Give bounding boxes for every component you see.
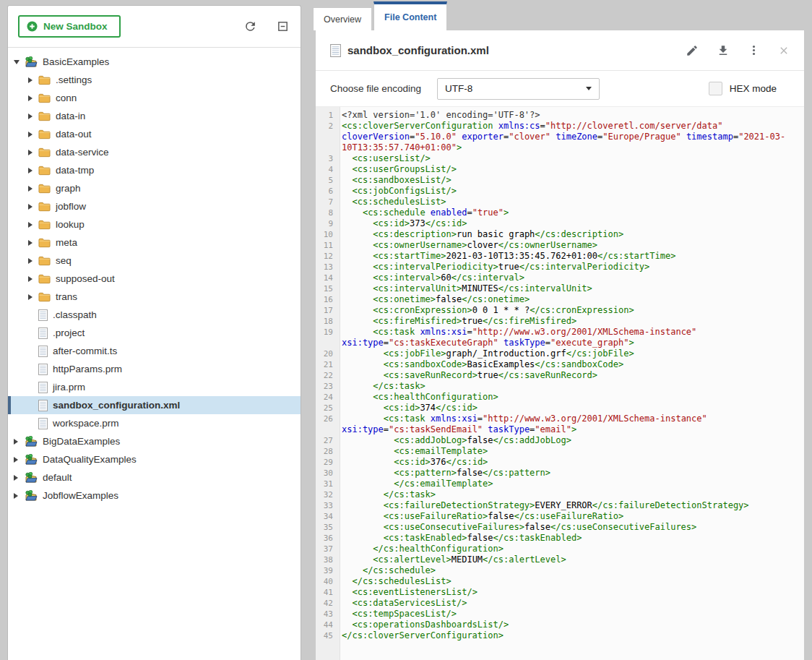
tree-item--classpath[interactable]: .classpath xyxy=(8,306,301,324)
tree-item-workspace-prm[interactable]: workspace.prm xyxy=(8,414,301,432)
folder-icon xyxy=(38,256,51,266)
code-line-text: <cs:intervalUnit>MINUTES</cs:intervalUni… xyxy=(340,283,804,294)
refresh-icon[interactable] xyxy=(243,20,257,33)
folder-icon xyxy=(38,274,51,284)
tree-item-conn[interactable]: conn xyxy=(8,89,301,107)
code-line-text: <cs:addJobLog>false</cs:addJobLog> xyxy=(340,435,804,446)
caret-right-icon[interactable] xyxy=(28,240,33,246)
code-line-text: <cs:saveRunRecord>true</cs:saveRunRecord… xyxy=(340,370,804,381)
code-line: 8 <cs:schedule enabled="true"> xyxy=(316,207,804,218)
code-line-text: <cs:tempSpacesList/> xyxy=(340,609,804,620)
new-sandbox-label: New Sandbox xyxy=(43,21,108,32)
code-line: 19 <cs:task xmlns:xsi="http://www.w3.org… xyxy=(316,327,804,348)
code-line: 12 <cs:startTime>2021-03-10T13:35:45.762… xyxy=(316,251,804,262)
tree-item-data-out[interactable]: data-out xyxy=(8,125,301,143)
code-line: 13 <cs:intervalPeriodicity>true</cs:inte… xyxy=(316,262,804,273)
code-line-text: <cs:dataServicesList/> xyxy=(340,598,804,609)
tree-item-graph[interactable]: graph xyxy=(8,179,301,197)
code-line: 30 <cs:pattern>false</cs:pattern> xyxy=(316,468,804,479)
tree-item-default[interactable]: default xyxy=(8,468,301,487)
code-line: 39 </cs:schedule> xyxy=(316,565,804,576)
file-icon xyxy=(38,364,48,375)
caret-right-icon[interactable] xyxy=(28,150,33,155)
tree-item-jobflowexamples[interactable]: JobflowExamples xyxy=(8,487,301,505)
tree-item--project[interactable]: .project xyxy=(8,324,301,342)
caret-down-icon[interactable] xyxy=(14,60,20,64)
file-icon xyxy=(38,382,48,393)
caret-right-icon[interactable] xyxy=(28,186,33,192)
pencil-icon[interactable] xyxy=(686,44,699,57)
caret-right-icon[interactable] xyxy=(14,475,18,481)
code-line: 18 <cs:fireMisfired>true</cs:fireMisfire… xyxy=(316,316,804,327)
tab-overview[interactable]: Overview xyxy=(313,7,372,30)
code-line: 41 <cs:eventListenersList/> xyxy=(316,587,804,598)
encoding-select[interactable]: UTF-8 xyxy=(437,78,600,100)
tree-item-lookup[interactable]: lookup xyxy=(8,215,301,233)
sandbox-tree[interactable]: BasicExamples.settingsconndata-indata-ou… xyxy=(8,48,301,505)
caret-right-icon[interactable] xyxy=(28,77,33,83)
tree-item-seq[interactable]: seq xyxy=(8,252,301,270)
tree-item--settings[interactable]: .settings xyxy=(8,71,301,89)
content-tabs: Overview File Content xyxy=(313,1,447,30)
tree-item-label: data-in xyxy=(56,111,85,121)
caret-right-icon[interactable] xyxy=(28,168,33,173)
caret-right-icon[interactable] xyxy=(14,439,18,445)
new-sandbox-button[interactable]: New Sandbox xyxy=(18,15,121,38)
caret-right-icon[interactable] xyxy=(28,258,33,264)
tree-item-basicexamples[interactable]: BasicExamples xyxy=(8,53,301,71)
line-number: 6 xyxy=(316,186,340,197)
sandbox-clover-icon xyxy=(24,56,38,68)
collapse-all-icon[interactable] xyxy=(277,20,289,33)
tab-file-content-label: File Content xyxy=(384,12,436,22)
tree-item-label: graph xyxy=(56,183,81,194)
tree-item-supposed-out[interactable]: supposed-out xyxy=(8,270,301,288)
plus-circle-icon xyxy=(27,21,38,32)
download-icon[interactable] xyxy=(717,44,730,57)
tree-item-jira-prm[interactable]: jira.prm xyxy=(8,378,301,396)
line-number: 13 xyxy=(316,262,340,273)
hex-mode-checkbox[interactable] xyxy=(709,82,722,95)
tree-item-data-tmp[interactable]: data-tmp xyxy=(8,161,301,179)
tab-file-content[interactable]: File Content xyxy=(373,1,447,30)
code-line: 40 </cs:schedulesList> xyxy=(316,576,804,587)
code-line: 6 <cs:jobConfigsList/> xyxy=(316,186,804,197)
tree-item-after-commit-ts[interactable]: after-commit.ts xyxy=(8,342,301,360)
tree-item-data-in[interactable]: data-in xyxy=(8,107,301,125)
sandbox-clover-icon xyxy=(24,490,38,502)
kebab-menu-icon[interactable] xyxy=(748,44,760,56)
code-line-text: <cs:id>374</cs:id> xyxy=(340,403,804,413)
code-line-text: <?xml version='1.0' encoding='UTF-8'?> xyxy=(340,110,804,121)
line-number: 17 xyxy=(316,305,340,316)
code-line: 11 <cs:ownerUsername>clover</cs:ownerUse… xyxy=(316,240,804,251)
code-line-text: <cs:jobFile>graph/_Introduction.grf</cs:… xyxy=(340,348,804,359)
tree-item-httpparams-prm[interactable]: httpParams.prm xyxy=(8,360,301,378)
code-line-text: <cs:alertLevel>MEDIUM</cs:alertLevel> xyxy=(340,554,804,565)
tree-item-jobflow[interactable]: jobflow xyxy=(8,197,301,215)
encoding-toolbar: Choose file encoding UTF-8 HEX mode xyxy=(316,71,804,107)
tree-item-label: seq xyxy=(56,255,72,266)
caret-right-icon[interactable] xyxy=(28,276,33,282)
caret-right-icon[interactable] xyxy=(28,222,33,228)
code-line: 5 <cs:sandboxesList/> xyxy=(316,175,804,186)
code-viewer[interactable]: 1<?xml version='1.0' encoding='UTF-8'?>2… xyxy=(316,107,804,660)
tree-item-label: data-out xyxy=(56,129,92,140)
caret-right-icon[interactable] xyxy=(28,113,33,119)
caret-right-icon[interactable] xyxy=(28,294,33,300)
caret-right-icon[interactable] xyxy=(14,457,18,463)
code-line-text: <cs:emailTemplate> xyxy=(340,446,804,457)
tree-item-meta[interactable]: meta xyxy=(8,233,301,252)
code-line-text: <cs:schedule enabled="true"> xyxy=(340,207,804,218)
tree-item-dataqualityexamples[interactable]: DataQualityExamples xyxy=(8,450,301,468)
tree-item-sandbox-configuration-xml[interactable]: sandbox_configuration.xml xyxy=(8,396,301,414)
line-number: 18 xyxy=(316,316,340,327)
code-line-text: </cs:cloverServerConfiguration> xyxy=(340,630,804,641)
caret-right-icon[interactable] xyxy=(14,493,18,499)
caret-right-icon[interactable] xyxy=(28,204,33,210)
tab-overview-label: Overview xyxy=(324,14,361,25)
tree-item-bigdataexamples[interactable]: BigDataExamples xyxy=(8,432,301,450)
close-icon[interactable] xyxy=(778,45,790,56)
caret-right-icon[interactable] xyxy=(28,95,33,101)
tree-item-data-service[interactable]: data-service xyxy=(8,143,301,161)
tree-item-trans[interactable]: trans xyxy=(8,288,301,306)
caret-right-icon[interactable] xyxy=(28,132,33,137)
